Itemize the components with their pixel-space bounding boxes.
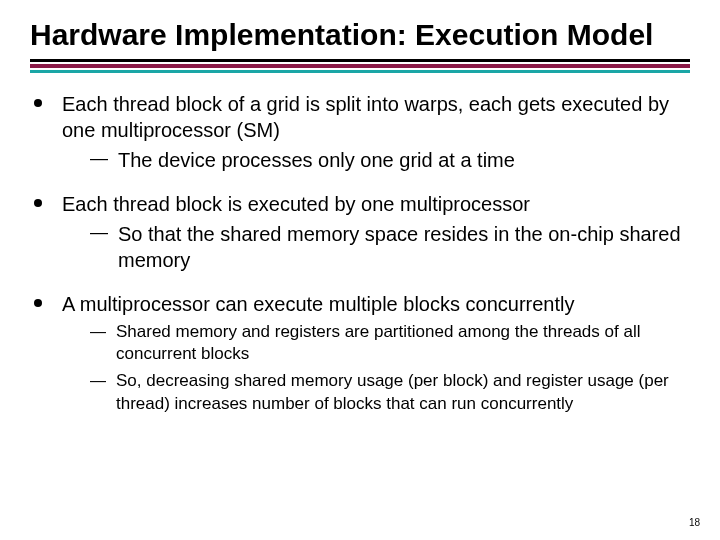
sub-item: — The device processes only one grid at … [62, 147, 690, 173]
slide: Hardware Implementation: Execution Model… [0, 0, 720, 540]
bullet-item: Each thread block of a grid is split int… [30, 91, 690, 173]
sub-text: Shared memory and registers are partitio… [116, 321, 690, 367]
page-number: 18 [689, 517, 700, 528]
dash-icon: — [90, 370, 106, 416]
dash-icon: — [90, 147, 108, 173]
slide-title: Hardware Implementation: Execution Model [30, 18, 690, 53]
bullet-icon [34, 99, 42, 107]
title-underline [30, 59, 690, 73]
sub-text: So, decreasing shared memory usage (per … [116, 370, 690, 416]
bullet-item: A multiprocessor can execute multiple bl… [30, 291, 690, 417]
bullet-text: A multiprocessor can execute multiple bl… [62, 293, 574, 315]
sub-text: So that the shared memory space resides … [118, 221, 690, 273]
bullet-icon [34, 199, 42, 207]
slide-body: Each thread block of a grid is split int… [30, 91, 690, 417]
sub-item: — So, decreasing shared memory usage (pe… [62, 370, 690, 416]
bullet-item: Each thread block is executed by one mul… [30, 191, 690, 273]
dash-icon: — [90, 221, 108, 273]
bullet-text: Each thread block is executed by one mul… [62, 193, 530, 215]
sub-item: — So that the shared memory space reside… [62, 221, 690, 273]
dash-icon: — [90, 321, 106, 367]
bullet-icon [34, 299, 42, 307]
bullet-text: Each thread block of a grid is split int… [62, 93, 669, 141]
sub-text: The device processes only one grid at a … [118, 147, 515, 173]
sub-item: — Shared memory and registers are partit… [62, 321, 690, 367]
